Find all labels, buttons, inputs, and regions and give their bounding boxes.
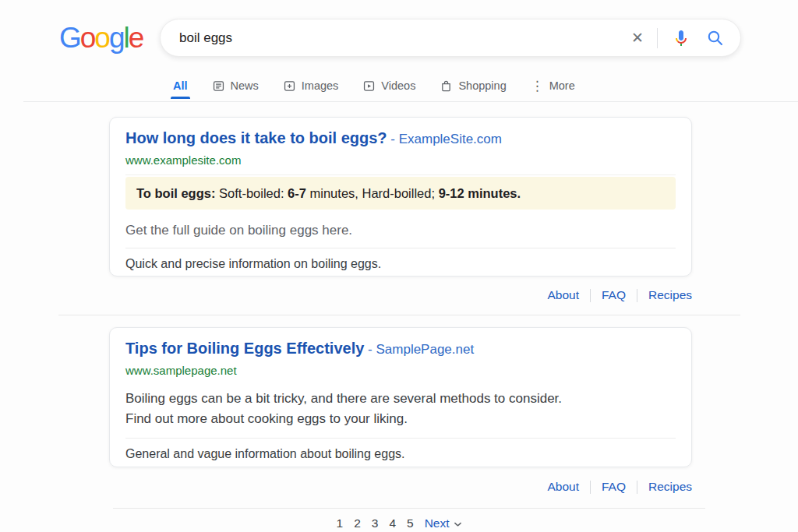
result-body-line: Find out more about cooking eggs to your… bbox=[125, 409, 676, 429]
mic-icon[interactable] bbox=[672, 29, 690, 48]
tab-news[interactable]: News bbox=[212, 79, 259, 93]
search-icon[interactable] bbox=[706, 29, 725, 48]
result-title: How long does it take to boil eggs? - Ex… bbox=[125, 129, 676, 149]
card-divider bbox=[125, 438, 676, 439]
result-title-suffix[interactable]: - ExampleSite.com bbox=[387, 132, 502, 146]
chevron-down-icon bbox=[454, 516, 462, 530]
sitelinks-row: About FAQ Recipes bbox=[109, 478, 692, 495]
answer-segment: Soft-boiled: bbox=[219, 186, 288, 200]
result-url: www.samplepage.net bbox=[125, 363, 676, 379]
answer-segment: To boil eggs: bbox=[136, 186, 219, 200]
pagination-divider bbox=[113, 508, 705, 509]
logo-letter: g bbox=[109, 22, 124, 54]
tab-videos[interactable]: Videos bbox=[362, 79, 415, 93]
logo-letter: o bbox=[80, 22, 95, 54]
next-page-button[interactable]: Next bbox=[425, 516, 462, 530]
answer-segment: 9-12 minutes. bbox=[439, 186, 521, 200]
search-bar[interactable]: ✕ bbox=[160, 19, 741, 57]
close-icon[interactable]: ✕ bbox=[631, 30, 644, 45]
answer-segment: minutes, Hard-boilled; bbox=[306, 186, 439, 200]
sitelinks-divider bbox=[637, 289, 637, 302]
sitelinks-divider bbox=[590, 289, 591, 302]
result-note: Quick and precise information on boiling… bbox=[125, 256, 676, 272]
result-title-link[interactable]: How long does it take to boil eggs? bbox=[125, 129, 387, 146]
logo-letter: o bbox=[94, 22, 109, 54]
result-title: Tips for Boiling Eggs Effectively - Samp… bbox=[125, 339, 676, 359]
sitelinks-divider bbox=[637, 481, 637, 494]
card-divider bbox=[125, 248, 676, 248]
tabs-divider bbox=[23, 101, 798, 102]
sitelink-about[interactable]: About bbox=[547, 480, 579, 494]
google-logo[interactable]: Google bbox=[59, 20, 143, 56]
sitelinks-row: About FAQ Recipes bbox=[109, 287, 692, 304]
news-icon bbox=[212, 79, 225, 93]
tab-label: Shopping bbox=[458, 79, 506, 92]
tab-label: Images bbox=[302, 79, 339, 92]
answer-box: To boil eggs: Soft-boiled: 6-7 minutes, … bbox=[125, 177, 676, 210]
sitelinks-divider bbox=[590, 481, 591, 494]
result-body: Boiling eggs can be a bit tricky, and th… bbox=[125, 389, 676, 429]
result-snippet: Get the full guide on boiling eggs here. bbox=[125, 222, 676, 239]
next-label: Next bbox=[425, 516, 450, 530]
page-number[interactable]: 2 bbox=[354, 516, 361, 530]
card-divider bbox=[125, 174, 676, 175]
shopping-icon bbox=[440, 79, 453, 93]
sitelink-faq[interactable]: FAQ bbox=[602, 288, 626, 302]
tab-all[interactable]: All bbox=[173, 79, 188, 92]
logo-letter: e bbox=[129, 22, 143, 54]
tab-shopping[interactable]: Shopping bbox=[440, 79, 506, 93]
logo-letter: G bbox=[59, 22, 80, 54]
result-note: General and vague information about boil… bbox=[125, 446, 676, 462]
sitelink-faq[interactable]: FAQ bbox=[602, 480, 626, 494]
search-results-page: Google ✕ All bbox=[0, 0, 798, 532]
tab-label: News bbox=[231, 79, 259, 92]
result-body-line: Boiling eggs can be a bit tricky, and th… bbox=[125, 389, 676, 409]
tab-label: Videos bbox=[381, 79, 415, 92]
page-number[interactable]: 4 bbox=[389, 516, 396, 530]
result-title-suffix[interactable]: - SamplePage.net bbox=[364, 342, 474, 357]
answer-segment: 6-7 bbox=[288, 186, 306, 200]
result-card: Tips for Boiling Eggs Effectively - Samp… bbox=[109, 327, 692, 467]
tab-images[interactable]: Images bbox=[283, 79, 339, 93]
search-input[interactable] bbox=[179, 30, 631, 46]
result-url: www.examplesite.com bbox=[125, 153, 676, 168]
result-card-featured: How long does it take to boil eggs? - Ex… bbox=[109, 117, 692, 277]
pagination: 1 2 3 4 5 Next bbox=[0, 515, 798, 532]
tab-label: All bbox=[173, 79, 188, 92]
page-number[interactable]: 3 bbox=[372, 516, 379, 530]
page-number[interactable]: 1 bbox=[337, 516, 344, 530]
result-type-tabs: All News Images bbox=[173, 76, 575, 96]
page-number[interactable]: 5 bbox=[407, 516, 414, 530]
search-bar-divider bbox=[657, 28, 658, 48]
tab-more[interactable]: ⋮ More bbox=[531, 79, 575, 93]
tab-label: More bbox=[549, 79, 575, 92]
more-icon: ⋮ bbox=[531, 79, 544, 93]
sitelink-recipes[interactable]: Recipes bbox=[648, 480, 692, 494]
section-divider bbox=[58, 315, 740, 315]
sitelink-about[interactable]: About bbox=[547, 288, 579, 302]
videos-icon bbox=[362, 79, 376, 93]
sitelink-recipes[interactable]: Recipes bbox=[648, 288, 692, 302]
images-icon bbox=[283, 79, 296, 93]
result-title-link[interactable]: Tips for Boiling Eggs Effectively bbox=[125, 340, 364, 357]
